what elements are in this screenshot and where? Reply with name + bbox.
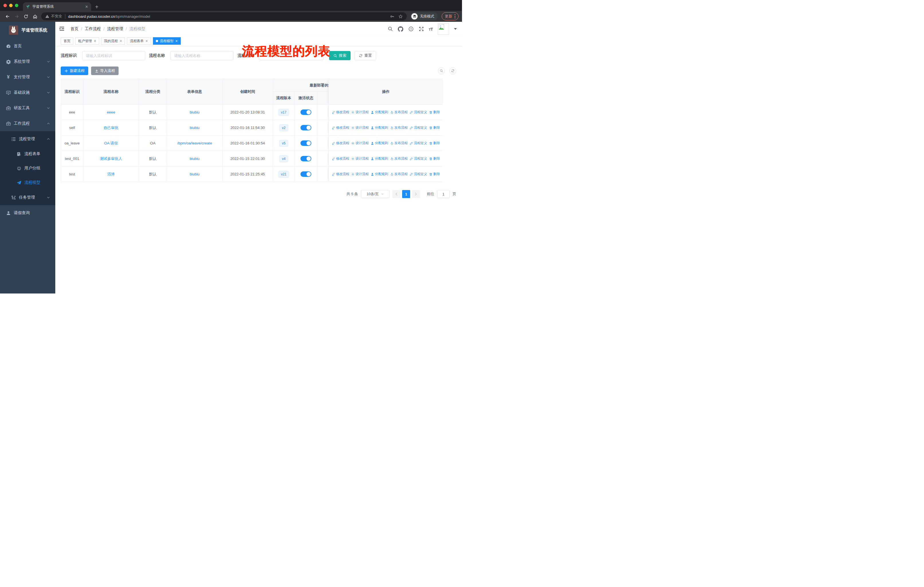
action-publish-process[interactable]: 发布流程 (390, 157, 408, 161)
action-publish-process[interactable]: 发布流程 (390, 126, 408, 130)
show-search-icon[interactable] (438, 67, 445, 74)
avatar-caret-icon[interactable] (454, 28, 457, 30)
process-key-input[interactable] (82, 51, 145, 60)
action-delete[interactable]: 删除 (429, 126, 440, 130)
sidebar-item-user-group[interactable]: 用户分组 (0, 161, 55, 175)
action-delete[interactable]: 删除 (429, 172, 440, 176)
not-secure-warning-icon[interactable] (45, 14, 49, 18)
new-tab-button[interactable]: + (95, 4, 99, 10)
action-design-process[interactable]: 设计流程 (351, 126, 369, 130)
forward-icon[interactable] (13, 12, 21, 20)
sidebar-item-devtools[interactable]: 研发工具 (0, 100, 55, 116)
form-info-link[interactable]: biubiu (190, 157, 200, 161)
form-info-link[interactable]: biubiu (190, 110, 200, 114)
breadcrumb-item[interactable]: 工作流程 (85, 26, 101, 31)
sidebar-item-home[interactable]: 首页 (0, 38, 55, 54)
sidebar-item-workflow[interactable]: 工作流程 (0, 116, 55, 131)
active-toggle[interactable] (300, 171, 311, 177)
goto-page-input[interactable] (437, 190, 450, 198)
action-assign-rule[interactable]: 分配规则 (371, 110, 388, 114)
action-delete[interactable]: 删除 (429, 141, 440, 146)
browser-tab[interactable]: 芋道管理系统 ✕ (23, 2, 91, 11)
action-assign-rule[interactable]: 分配规则 (371, 157, 388, 161)
form-info-link[interactable]: biubiu (190, 126, 200, 130)
sidebar-item-infra[interactable]: 基础设施 (0, 85, 55, 100)
tab-close-icon[interactable]: ✕ (85, 5, 88, 9)
action-process-definition[interactable]: 流程定义 (409, 157, 427, 161)
process-name-link[interactable]: 测试多审批人 (100, 156, 122, 161)
process-name-link[interactable]: 滔博 (107, 172, 115, 177)
action-design-process[interactable]: 设计流程 (351, 172, 369, 176)
search-icon[interactable] (388, 26, 393, 32)
action-design-process[interactable]: 设计流程 (351, 157, 369, 161)
github-icon[interactable] (398, 26, 403, 32)
form-info-link[interactable]: /bpm/oa/leave/create (177, 141, 212, 146)
close-icon[interactable]: ✕ (94, 39, 96, 43)
version-badge[interactable]: v21 (279, 171, 289, 178)
process-name-link[interactable]: OA 请假 (104, 141, 118, 146)
sidebar-item-payment[interactable]: ¥ 支付管理 (0, 69, 55, 85)
action-edit-process[interactable]: 修改流程 (332, 126, 349, 130)
version-badge[interactable]: v2 (279, 124, 288, 131)
action-assign-rule[interactable]: 分配规则 (371, 172, 388, 176)
tag-my-process[interactable]: 我的流程✕ (101, 37, 125, 45)
fullscreen-icon[interactable] (419, 26, 424, 32)
sidebar-collapse-icon[interactable] (59, 26, 65, 32)
action-edit-process[interactable]: 修改流程 (332, 141, 349, 146)
import-process-button[interactable]: 导入流程 (91, 66, 119, 75)
active-toggle[interactable] (300, 156, 311, 161)
reload-icon[interactable] (22, 12, 30, 20)
active-toggle[interactable] (300, 141, 311, 146)
sidebar-item-process-manage[interactable]: 流程管理 (0, 131, 55, 147)
action-delete[interactable]: 删除 (429, 110, 440, 114)
search-button[interactable]: 搜索 (329, 51, 351, 60)
action-process-definition[interactable]: 流程定义 (409, 172, 427, 176)
action-publish-process[interactable]: 发布流程 (390, 141, 408, 146)
tag-home[interactable]: 首页 (61, 37, 73, 45)
version-badge[interactable]: v5 (279, 140, 288, 147)
window-controls[interactable] (3, 4, 18, 7)
close-window-button[interactable] (3, 4, 7, 7)
sidebar-item-task-manage[interactable]: 任务管理 (0, 190, 55, 205)
url-bar[interactable]: 不安全 dashboard.yudao.iocoder.cn/bpm/manag… (41, 12, 407, 20)
bookmark-star-icon[interactable] (398, 14, 403, 19)
process-name-input[interactable] (170, 51, 233, 60)
process-name-link[interactable]: eeee (107, 110, 115, 114)
action-edit-process[interactable]: 修改流程 (332, 110, 349, 114)
breadcrumb-item[interactable]: 首页 (71, 26, 79, 31)
minimize-window-button[interactable] (9, 4, 13, 7)
refresh-table-icon[interactable] (449, 67, 456, 74)
sidebar-item-leave-query[interactable]: 请假查询 (0, 205, 55, 221)
zoom-window-button[interactable] (15, 4, 18, 7)
next-page-icon[interactable] (412, 190, 420, 198)
action-delete[interactable]: 删除 (429, 157, 440, 161)
font-size-icon[interactable]: TT (429, 26, 433, 31)
action-design-process[interactable]: 设计流程 (351, 110, 369, 114)
create-process-button[interactable]: 新建流程 (61, 66, 88, 75)
close-icon[interactable]: ✕ (119, 39, 122, 43)
sidebar-item-process-form[interactable]: 流程表单 (0, 147, 55, 161)
sidebar-item-system[interactable]: 系统管理 (0, 54, 55, 69)
active-toggle[interactable] (300, 109, 311, 115)
help-icon[interactable]: ? (408, 26, 414, 32)
avatar[interactable] (438, 23, 449, 35)
action-publish-process[interactable]: 发布流程 (390, 172, 408, 176)
action-publish-process[interactable]: 发布流程 (390, 110, 408, 114)
action-edit-process[interactable]: 修改流程 (332, 157, 349, 161)
close-icon[interactable]: ✕ (145, 39, 148, 43)
home-icon[interactable] (31, 12, 39, 20)
tag-process-model[interactable]: 流程模型✕ (153, 37, 181, 45)
sidebar-item-process-model[interactable]: 流程模型 (0, 175, 55, 190)
action-design-process[interactable]: 设计流程 (351, 141, 369, 146)
tag-tenant[interactable]: 租户管理✕ (75, 37, 99, 45)
active-toggle[interactable] (300, 125, 311, 131)
page-number-current[interactable]: 1 (402, 190, 410, 198)
tag-process-form[interactable]: 流程表单✕ (127, 37, 151, 45)
action-assign-rule[interactable]: 分配规则 (371, 126, 388, 130)
action-edit-process[interactable]: 修改流程 (332, 172, 349, 176)
chrome-update-button[interactable]: 更新 (442, 12, 459, 20)
process-name-link[interactable]: 自己审批 (104, 125, 119, 131)
version-badge[interactable]: v4 (279, 155, 288, 162)
form-info-link[interactable]: biubiu (190, 172, 200, 176)
key-icon[interactable] (390, 14, 394, 19)
